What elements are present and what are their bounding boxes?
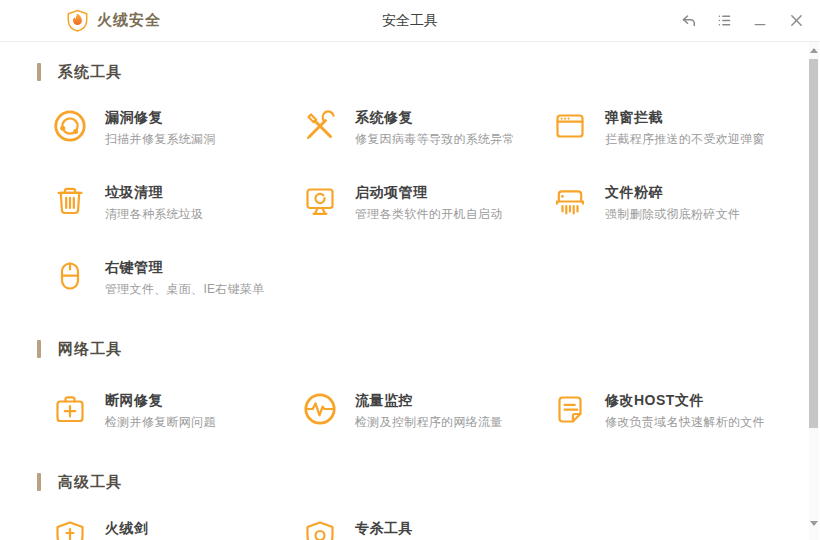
traffic-monitor-icon [302,391,338,427]
vulnerability-scan-icon [52,108,88,144]
titlebar: 火绒安全 安全工具 [0,0,820,42]
task-list-icon[interactable] [714,11,734,31]
tool-desc: 管理文件、桌面、IE右键菜单 [105,282,265,297]
network-repair-icon [52,391,88,427]
system-repair-icon [302,108,338,144]
scroll-up-arrow-icon[interactable] [810,48,818,53]
mouse-icon [52,258,88,294]
minimize-icon[interactable] [750,11,770,31]
tool-startup-manager[interactable]: 启动项管理 管理各类软件的开机自启动 [302,183,552,222]
titlebar-actions [678,0,806,41]
tool-special-killer[interactable]: 专杀工具 [302,519,552,540]
section-header-advanced: 高级工具 [37,472,820,492]
back-icon[interactable] [678,11,698,31]
huorong-logo-icon [66,9,89,32]
tool-desc: 修复因病毒等导致的系统异常 [355,132,515,147]
tool-desc: 检测及控制程序的网络流量 [355,415,503,430]
startup-monitor-icon [302,183,338,219]
tool-title: 漏洞修复 [105,108,216,126]
file-shredder-icon [552,183,588,219]
advanced-tools-grid: 火绒剑 专杀工具 [52,519,820,540]
trash-icon [52,183,88,219]
network-tools-grid: 断网修复 检测并修复断网问题 流量监控 检测及控制程序的网络流量 [52,391,820,466]
tool-junk-clean[interactable]: 垃圾清理 清理各种系统垃圾 [52,183,302,222]
tool-huorong-sword[interactable]: 火绒剑 [52,519,302,540]
tool-title: 专杀工具 [355,519,413,537]
tool-title: 断网修复 [105,391,216,409]
tool-title: 弹窗拦截 [605,108,765,126]
tool-network-repair[interactable]: 断网修复 检测并修复断网问题 [52,391,302,430]
scrollbar-thumb[interactable] [809,59,818,428]
section-label: 高级工具 [58,473,122,492]
tool-system-repair[interactable]: 系统修复 修复因病毒等导致的系统异常 [302,108,552,147]
tool-vulnerability-fix[interactable]: 漏洞修复 扫描并修复系统漏洞 [52,108,302,147]
tool-host-file[interactable]: 修改HOST文件 修改负责域名快速解析的文件 [552,391,802,430]
shield-sword-icon [52,519,88,540]
tool-desc: 管理各类软件的开机自启动 [355,207,503,222]
tool-title: 文件粉碎 [605,183,740,201]
tool-desc: 扫描并修复系统漏洞 [105,132,216,147]
tool-title: 修改HOST文件 [605,391,765,409]
system-tools-grid: 漏洞修复 扫描并修复系统漏洞 系统修复 修复因病毒等导致的系统异常 [52,108,820,333]
tool-desc: 修改负责域名快速解析的文件 [605,415,765,430]
tool-title: 启动项管理 [355,183,503,201]
tool-title: 系统修复 [355,108,515,126]
tool-file-shredder[interactable]: 文件粉碎 强制删除或彻底粉碎文件 [552,183,802,222]
scroll-down-arrow-icon[interactable] [810,521,818,526]
tool-popup-block[interactable]: 弹窗拦截 拦截程序推送的不受欢迎弹窗 [552,108,802,147]
tool-title: 流量监控 [355,391,503,409]
tool-traffic-monitor[interactable]: 流量监控 检测及控制程序的网络流量 [302,391,552,430]
section-label: 系统工具 [58,63,122,82]
section-bar [37,63,41,81]
section-bar [37,340,41,358]
tool-title: 火绒剑 [105,519,149,537]
section-header-system: 系统工具 [37,62,820,82]
section-label: 网络工具 [58,340,122,359]
popup-block-icon [552,108,588,144]
tool-title: 右键管理 [105,258,265,276]
shield-kill-icon [302,519,338,540]
brand: 火绒安全 [66,9,161,32]
tool-title: 垃圾清理 [105,183,203,201]
tool-desc: 清理各种系统垃圾 [105,207,203,222]
section-header-network: 网络工具 [37,339,820,359]
tool-desc: 检测并修复断网问题 [105,415,216,430]
section-bar [37,473,41,491]
vertical-scrollbar [809,42,819,540]
app-name: 火绒安全 [97,11,161,30]
host-file-icon [552,391,588,427]
tool-desc: 拦截程序推送的不受欢迎弹窗 [605,132,765,147]
tool-context-menu-manager[interactable]: 右键管理 管理文件、桌面、IE右键菜单 [52,258,302,297]
tool-desc: 强制删除或彻底粉碎文件 [605,207,740,222]
close-icon[interactable] [786,11,806,31]
tools-page: 系统工具 漏洞修复 扫描并修复系统漏洞 [0,62,820,540]
